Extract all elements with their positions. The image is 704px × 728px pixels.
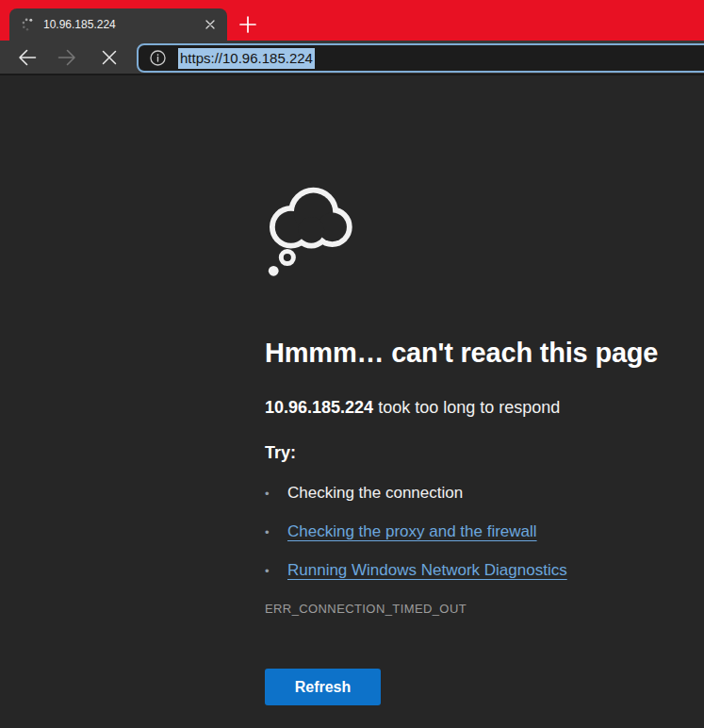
thought-cloud-icon bbox=[265, 75, 679, 284]
new-tab-button[interactable] bbox=[236, 12, 260, 37]
error-content: Hmmm… can't reach this page 10.96.185.22… bbox=[265, 75, 679, 705]
address-bar[interactable]: https://10.96.185.224 bbox=[137, 43, 704, 73]
loading-spinner-icon bbox=[21, 17, 36, 32]
bullet-icon: • bbox=[265, 522, 287, 543]
info-icon[interactable] bbox=[148, 48, 168, 68]
proxy-firewall-link[interactable]: Checking the proxy and the firewall bbox=[287, 521, 537, 542]
suggestion-check-connection: Checking the connection bbox=[287, 483, 463, 504]
refresh-button[interactable]: Refresh bbox=[265, 669, 381, 705]
arrow-right-icon bbox=[57, 46, 79, 69]
bullet-icon: • bbox=[265, 561, 287, 582]
error-code: ERR_CONNECTION_TIMED_OUT bbox=[265, 602, 679, 616]
list-item: • Checking the proxy and the firewall bbox=[265, 521, 679, 543]
url-text[interactable]: https://10.96.185.224 bbox=[178, 48, 315, 69]
stop-button[interactable] bbox=[94, 43, 124, 72]
tab-bar: 10.96.185.224 bbox=[0, 0, 704, 41]
browser-window: 10.96.185.224 bbox=[0, 0, 704, 728]
forward-button[interactable] bbox=[53, 43, 83, 72]
error-subtitle: 10.96.185.224 took too long to respond bbox=[265, 398, 679, 418]
error-title: Hmmm… can't reach this page bbox=[265, 338, 679, 369]
error-host: 10.96.185.224 bbox=[265, 398, 373, 417]
list-item: • Running Windows Network Diagnostics bbox=[265, 560, 679, 582]
list-item: • Checking the connection bbox=[265, 483, 679, 505]
tab-title: 10.96.185.224 bbox=[43, 18, 202, 31]
bullet-icon: • bbox=[265, 484, 287, 505]
close-x-icon bbox=[99, 47, 120, 68]
try-label: Try: bbox=[265, 443, 679, 463]
suggestion-list: • Checking the connection • Checking the… bbox=[265, 483, 679, 582]
error-subtitle-text: took too long to respond bbox=[373, 398, 560, 417]
navigation-toolbar: https://10.96.185.224 bbox=[0, 41, 704, 75]
back-button[interactable] bbox=[11, 43, 41, 72]
browser-tab[interactable]: 10.96.185.224 bbox=[9, 8, 227, 41]
error-page: Hmmm… can't reach this page 10.96.185.22… bbox=[0, 75, 704, 726]
arrow-left-icon bbox=[15, 46, 38, 69]
tab-close-icon[interactable] bbox=[202, 16, 219, 33]
network-diagnostics-link[interactable]: Running Windows Network Diagnostics bbox=[287, 560, 567, 581]
